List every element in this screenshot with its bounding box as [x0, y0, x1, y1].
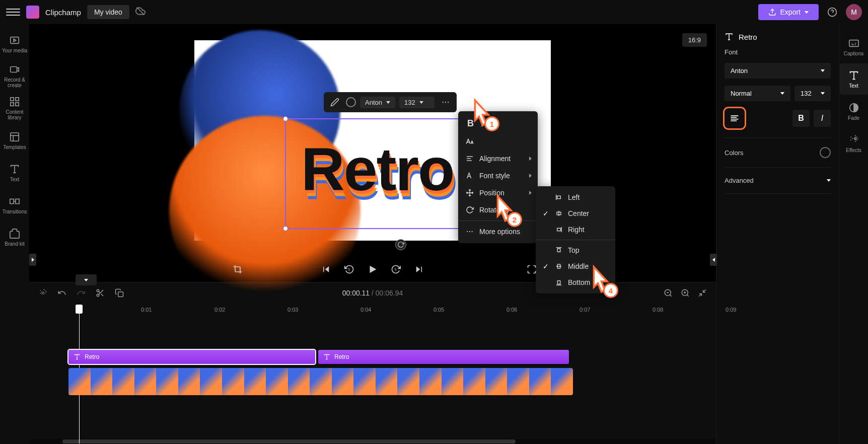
- crop-button[interactable]: [231, 262, 245, 276]
- chevron-down-icon: [821, 92, 825, 95]
- export-button[interactable]: Export: [758, 4, 819, 20]
- sub-item-center[interactable]: ✓ Center: [536, 205, 615, 221]
- aspect-ratio-button[interactable]: 16:9: [682, 33, 707, 47]
- edit-text-button[interactable]: [328, 95, 342, 109]
- svg-point-46: [97, 289, 99, 292]
- svg-marker-5: [14, 39, 16, 42]
- text-clip-2[interactable]: Retro: [318, 350, 569, 364]
- properties-panel: Retro Font Anton Normal 132 B I: [716, 24, 839, 444]
- italic-button[interactable]: I: [814, 110, 831, 127]
- svg-rect-16: [10, 199, 14, 203]
- rail-item-captions[interactable]: Captions: [840, 31, 868, 62]
- ctx-item-font-style[interactable]: Font style: [458, 167, 538, 184]
- app-logo: [26, 6, 39, 19]
- sidebar-item-your-media[interactable]: Your media: [1, 28, 29, 59]
- duplicate-button[interactable]: [114, 287, 125, 299]
- panel-separator: [725, 167, 831, 168]
- user-avatar[interactable]: M: [846, 4, 862, 20]
- svg-rect-4: [11, 37, 19, 43]
- next-frame-button[interactable]: [412, 262, 426, 276]
- bold-button[interactable]: B: [792, 110, 810, 127]
- align-center-icon: [555, 209, 563, 217]
- align-right-icon: [555, 226, 563, 234]
- magic-tool-button[interactable]: [37, 287, 48, 299]
- skip-fwd-5-button[interactable]: 5: [389, 262, 403, 276]
- rail-item-effects[interactable]: Effects: [840, 128, 868, 159]
- floating-text-toolbar: Anton 132: [324, 92, 457, 112]
- zoom-fit-button[interactable]: [697, 287, 708, 299]
- svg-rect-71: [849, 40, 858, 46]
- svg-point-75: [854, 137, 856, 139]
- svg-rect-11: [11, 132, 19, 141]
- undo-button[interactable]: [56, 287, 67, 299]
- horizontal-scrollbar[interactable]: [29, 439, 716, 444]
- sub-item-top[interactable]: Top: [536, 242, 615, 258]
- timeline-ruler[interactable]: 0:01 0:02 0:03 0:04 0:05 0:06 0:07 0:08 …: [29, 304, 716, 318]
- font-select[interactable]: Anton: [360, 97, 395, 108]
- zoom-out-button[interactable]: [663, 287, 674, 299]
- redo-button[interactable]: [76, 287, 87, 299]
- more-icon: [465, 227, 474, 236]
- more-options-button[interactable]: [439, 95, 453, 109]
- svg-text:5: 5: [348, 268, 350, 271]
- font-size-input[interactable]: 132: [399, 97, 435, 108]
- collapse-timeline-button[interactable]: [76, 274, 97, 285]
- sidebar-item-content-library[interactable]: Content library: [1, 93, 29, 124]
- font-size-input[interactable]: 132: [794, 86, 831, 101]
- svg-line-59: [703, 289, 706, 292]
- resize-handle-bl[interactable]: [283, 226, 288, 231]
- help-button[interactable]: [825, 5, 840, 20]
- canvas-text[interactable]: Retro: [301, 134, 454, 204]
- align-top-icon: [555, 246, 563, 254]
- sidebar-item-text[interactable]: Text: [1, 157, 29, 188]
- menu-icon[interactable]: [6, 5, 20, 19]
- sub-item-left[interactable]: Left: [536, 189, 615, 205]
- alignment-button[interactable]: [725, 108, 745, 128]
- advanced-section-toggle[interactable]: Advanced: [725, 177, 831, 184]
- svg-rect-10: [16, 103, 19, 106]
- cloud-sync-off-icon[interactable]: [135, 6, 146, 19]
- export-label: Export: [780, 8, 801, 16]
- zoom-in-button[interactable]: [680, 287, 691, 299]
- svg-rect-28: [557, 196, 561, 198]
- left-sidebar: Your media Record & create Content libra…: [0, 24, 29, 444]
- scrollbar-thumb[interactable]: [62, 439, 516, 443]
- position-icon: [465, 188, 474, 197]
- color-picker-button[interactable]: [346, 97, 356, 107]
- tracks-area[interactable]: Retro Retro: [29, 318, 716, 439]
- split-button[interactable]: [95, 287, 106, 299]
- font-section-label: Font: [725, 48, 831, 56]
- sidebar-item-transitions[interactable]: Transitions: [1, 189, 29, 220]
- svg-rect-32: [557, 228, 561, 231]
- text-clip-1[interactable]: Retro: [68, 350, 315, 364]
- ctx-item-alignment[interactable]: Alignment: [458, 150, 538, 167]
- font-weight-select[interactable]: Normal: [725, 86, 790, 101]
- project-title-tab[interactable]: My video: [87, 5, 129, 19]
- svg-rect-6: [11, 67, 17, 72]
- rotate-handle[interactable]: [395, 239, 406, 250]
- rail-item-text[interactable]: Text: [840, 63, 868, 95]
- preview-area: 16:9 Retro: [29, 24, 716, 257]
- sidebar-item-brand-kit[interactable]: Brand kit: [1, 221, 29, 253]
- ctx-size-row[interactable]: [458, 133, 538, 150]
- panel-separator: [725, 193, 831, 194]
- timecode: 00:00.11 / 00:06.94: [342, 289, 403, 297]
- timeline: 00:00.11 / 00:06.94 0:01 0:02 0:03 0:04 …: [29, 282, 716, 444]
- color-swatch[interactable]: [820, 147, 831, 158]
- play-button[interactable]: [366, 262, 380, 276]
- sidebar-item-templates[interactable]: Templates: [1, 125, 29, 156]
- video-clip[interactable]: [68, 368, 573, 395]
- svg-point-47: [97, 294, 99, 297]
- chevron-down-icon: [84, 279, 88, 281]
- fullscreen-button[interactable]: [525, 262, 539, 276]
- resize-handle-tl[interactable]: [283, 116, 288, 121]
- sub-item-right[interactable]: Right: [536, 221, 615, 238]
- font-family-select[interactable]: Anton: [725, 63, 831, 79]
- svg-marker-42: [370, 266, 377, 273]
- sidebar-item-record-create[interactable]: Record & create: [1, 60, 29, 92]
- menu-separator: [536, 240, 615, 240]
- skip-back-5-button[interactable]: 5: [342, 262, 356, 276]
- prev-frame-button[interactable]: [319, 262, 333, 276]
- chevron-right-icon: [529, 157, 532, 161]
- rail-item-fade[interactable]: Fade: [840, 96, 868, 127]
